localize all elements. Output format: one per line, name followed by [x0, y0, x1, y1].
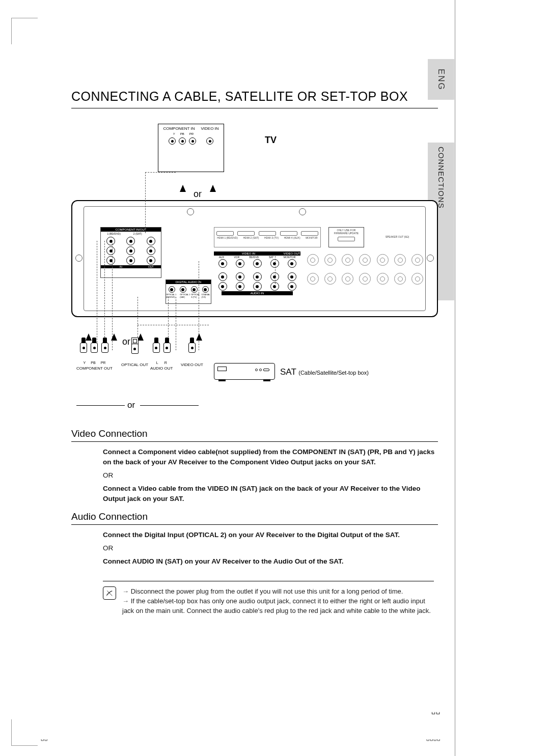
or-label: or	[194, 189, 202, 200]
pin-pb: PB	[91, 361, 95, 365]
hdmi-panel: HDMI 1 (BD/DVD) HDMI 2 (SAT) HDMI 3 (TV)…	[214, 227, 321, 247]
speaker-terminal-icon	[359, 254, 371, 266]
digital-audio-in-panel: DIGITAL AUDIO IN OPTICAL 1 (BD/DVD) OPTI…	[166, 279, 211, 304]
rca-jack-icon	[126, 256, 135, 265]
rca-jack-icon	[270, 259, 279, 268]
language-tab-label: ENG	[436, 69, 446, 91]
optical-jack-icon	[191, 286, 198, 293]
speaker-out-label: SPEAKER OUT (6Ω)	[369, 235, 425, 238]
rca-jack-icon	[189, 137, 196, 145]
crop-mark	[11, 18, 38, 28]
hdmi1-label: HDMI 1 (BD/DVD)	[217, 236, 238, 239]
rca-jack-icon	[106, 246, 115, 255]
speaker-terminal-icon	[377, 273, 389, 285]
rca-plug-icon	[163, 338, 171, 361]
video-connection-heading: Video Connection	[71, 428, 438, 442]
wire-line	[138, 325, 209, 325]
optical-jack-icon	[180, 286, 186, 293]
speaker-terminal-icon	[411, 273, 423, 285]
section-tab-label: CONNECTIONS	[437, 147, 446, 209]
audio-or: OR	[103, 543, 438, 553]
hdmi-port-icon	[237, 231, 255, 236]
sat-label: SAT (Cable/Satellite/Set-top box)	[280, 367, 369, 377]
vcol: VCR	[234, 256, 239, 259]
speaker-terminal-icon	[359, 273, 371, 285]
rca-plug-icon	[188, 338, 196, 361]
out-label: OUT	[141, 265, 161, 268]
rca-plug-icon	[90, 338, 98, 361]
crop-mark	[11, 18, 12, 44]
audio-connection-body: Connect the Digital Input (OPTICAL 2) on…	[103, 530, 438, 567]
rca-jack-icon	[236, 272, 244, 281]
speaker-terminal-icon	[307, 254, 319, 266]
component-in-out-panel: COMPONENT IN/OUT 1 (BD/DVD) 2 (SAT)	[100, 227, 161, 278]
page-title: CONNECTING A CABLE, SATELLITE OR SET-TOP…	[71, 89, 438, 108]
vcol: MONITOR	[284, 256, 296, 259]
note-list: Disconnect the power plug from the outle…	[122, 586, 438, 615]
rca-plug-icon	[79, 338, 88, 361]
footer-right: ␣␣␣␣	[426, 735, 441, 741]
audio-out-plugs: L R AUDIO OUT	[150, 338, 173, 371]
screw-icon	[427, 255, 434, 262]
receiver-chassis: COMPONENT IN/OUT 1 (BD/DVD) 2 (SAT)	[84, 206, 426, 311]
rca-jack-icon	[126, 237, 135, 245]
rca-jack-icon	[218, 272, 227, 281]
wire-line	[104, 241, 105, 350]
component-out-plugs: Y PB PR COMPONENT OUT	[76, 338, 113, 371]
rca-plug-icon	[152, 338, 160, 361]
note-2: If the cable/set-top box has only one au…	[122, 596, 438, 615]
rca-jack-icon	[236, 259, 244, 268]
ypbpr-pb: PB	[180, 132, 184, 135]
speaker-terminal-icon	[377, 254, 389, 266]
hdmi-port-icon	[259, 231, 276, 236]
opt2-label: OPTICAL 2 (SAT)	[180, 293, 191, 298]
optical-out-plug: OPTICAL OUT	[121, 338, 148, 368]
hdmi-monitor-label: MONITOR	[306, 236, 318, 239]
speaker-terminal-icon	[342, 254, 353, 266]
video-in-label: VIDEO IN	[214, 252, 283, 255]
audio-p2: Connect AUDIO IN (SAT) on your AV Receiv…	[103, 556, 438, 567]
rca-jack-icon	[253, 259, 262, 268]
tv-video-in-label: VIDEO IN	[201, 126, 218, 131]
av-receiver-rear-panel: COMPONENT IN/OUT 1 (BD/DVD) 2 (SAT)	[71, 200, 438, 317]
crop-mark	[11, 736, 38, 746]
arrow-up-icon	[180, 185, 186, 192]
wire-line	[145, 172, 176, 173]
ypbpr-pr: PR	[189, 132, 194, 135]
page-number: ␣␣	[431, 707, 441, 714]
tv-component-in-label: COMPONENT IN	[163, 126, 195, 131]
hdmi-port-icon	[301, 231, 318, 236]
audio-p1: Connect the Digital Input (OPTICAL 2) on…	[103, 530, 438, 540]
comp-2-label: 2 (SAT)	[133, 232, 142, 235]
rca-jack-icon	[253, 272, 262, 281]
wire-line	[176, 297, 176, 350]
opt3-label: OPTICAL 3 (TV)	[191, 293, 201, 298]
rca-jack-icon	[270, 272, 279, 281]
hdmi-port-icon	[216, 231, 234, 236]
rca-jack-icon	[147, 246, 155, 255]
rca-jack-icon	[270, 282, 279, 291]
rca-jack-icon	[106, 237, 115, 245]
hdmi-port-icon	[280, 231, 297, 236]
video-p2: Connect a Video cable from the VIDEO IN …	[103, 484, 438, 504]
crop-mark	[11, 719, 12, 746]
speaker-terminal-icon	[324, 254, 336, 266]
firmware-panel: ONLY USE FOR FIRMWARE UPDATE	[328, 227, 364, 247]
arrow-up-icon	[210, 185, 216, 192]
speaker-terminal-icon	[307, 273, 319, 285]
pin-r: R	[164, 361, 167, 365]
speaker-terminal-icon	[411, 254, 423, 266]
pin-y: Y	[84, 361, 86, 365]
in-label: IN	[101, 265, 141, 268]
sat-device-icon	[214, 363, 275, 380]
ypbpr-y: Y	[173, 132, 175, 135]
video-connection-body: Connect a Component video cable(not supp…	[103, 447, 438, 504]
vcol: BD/DVD	[250, 256, 259, 259]
sat-label-main: SAT	[280, 367, 296, 377]
vcol: SAT	[269, 256, 273, 259]
rca-jack-icon	[253, 282, 262, 291]
hdmi4-label: HDMI 4 (AUX)	[284, 236, 300, 239]
component-out-label: COMPONENT OUT	[76, 366, 113, 371]
speaker-terminal-icon	[324, 273, 336, 285]
rca-plug-icon	[101, 338, 109, 361]
